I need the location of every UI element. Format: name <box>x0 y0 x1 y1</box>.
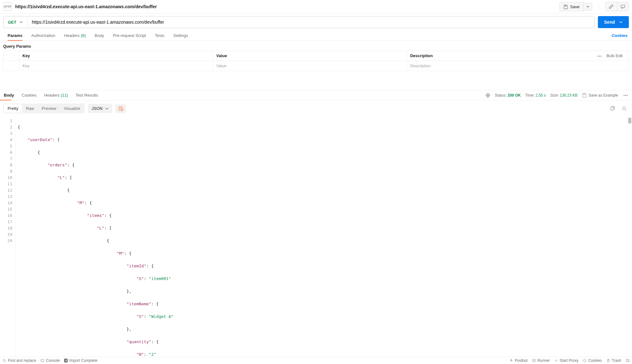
tab-tests[interactable]: Tests <box>150 31 169 40</box>
console[interactable]: Console <box>40 358 60 363</box>
trash[interactable]: Trash <box>606 358 621 363</box>
method-label: GET <box>8 20 16 25</box>
svg-point-7 <box>627 95 628 96</box>
checkbox-header <box>3 51 19 61</box>
svg-point-1 <box>597 56 598 57</box>
url-input[interactable] <box>27 16 594 28</box>
runner[interactable]: Runner <box>532 358 550 363</box>
response-meta: Status: 200 OK Time: 2.55 s Size: 130.23… <box>485 93 632 98</box>
trash-icon <box>606 359 610 362</box>
sparkle-icon <box>509 359 513 362</box>
comment-button[interactable] <box>617 2 629 11</box>
more-icon[interactable] <box>623 94 629 97</box>
header-icon-group <box>605 2 629 11</box>
search-button[interactable] <box>620 104 629 113</box>
import-badge-icon: 5 <box>64 359 68 362</box>
response-pane: Body Cookies Headers (11) Test Results S… <box>0 90 632 357</box>
svg-rect-11 <box>41 359 44 362</box>
network-icon[interactable] <box>485 93 490 98</box>
col-description: Description <box>407 51 594 61</box>
copy-button[interactable] <box>608 104 617 113</box>
row-checkbox[interactable] <box>3 61 19 71</box>
postbot[interactable]: Postbot <box>509 358 528 363</box>
svg-point-10 <box>3 359 5 361</box>
tab-params[interactable]: Params <box>3 31 27 40</box>
chevron-down-icon <box>619 21 623 24</box>
save-icon <box>582 93 587 98</box>
import-complete[interactable]: 5 Import Complete <box>64 358 97 363</box>
send-label: Send <box>604 20 615 25</box>
size-block: Size: 130.23 KB <box>550 93 578 98</box>
svg-point-3 <box>600 56 601 57</box>
method-select[interactable]: GET <box>3 16 27 28</box>
col-value: Value <box>213 51 407 61</box>
search-icon <box>3 359 6 362</box>
divider <box>599 3 599 10</box>
edit-button[interactable] <box>605 2 617 11</box>
tab-headers-label: Headers <box>64 33 80 38</box>
request-name: https://1isivd4rzd.execute-api.us-east-1… <box>15 4 157 9</box>
seg-visualize[interactable]: Visualize <box>60 104 84 113</box>
cookie-icon <box>583 359 586 362</box>
resp-tab-headers[interactable]: Headers (11) <box>40 90 72 100</box>
resp-tab-cookies[interactable]: Cookies <box>18 90 40 100</box>
table-row: Key Value Description <box>3 61 629 71</box>
save-icon <box>563 4 568 9</box>
svg-point-9 <box>623 107 626 110</box>
line-gutter: 1234567891011121314151617181920 <box>0 116 16 357</box>
query-params-heading: Query Params <box>0 41 632 51</box>
code-viewer: 1234567891011121314151617181920 { "userD… <box>0 116 632 357</box>
wrap-lines-button[interactable] <box>115 104 126 113</box>
time-block: Time: 2.55 s <box>525 93 546 98</box>
table-actions: Bulk Edit <box>594 51 629 61</box>
proxy-icon <box>554 359 558 362</box>
request-tabs: Params Authorization Headers (6) Body Pr… <box>0 31 632 41</box>
status-bar: Find and replace Console 5 Import Comple… <box>0 357 632 364</box>
resp-tab-headers-count: (11) <box>61 93 68 98</box>
start-proxy[interactable]: Start Proxy <box>554 358 578 363</box>
request-row: GET Send <box>0 14 632 31</box>
console-icon <box>40 359 44 362</box>
save-button[interactable]: Save <box>559 2 584 11</box>
resp-tab-headers-label: Headers <box>44 93 59 98</box>
panel-toggle[interactable] <box>626 359 629 362</box>
format-select[interactable]: JSON <box>88 104 112 113</box>
chevron-down-icon <box>20 21 23 24</box>
svg-rect-0 <box>621 5 625 8</box>
svg-point-13 <box>583 359 586 362</box>
tab-authorization[interactable]: Authorization <box>27 31 60 40</box>
format-label: JSON <box>92 106 103 111</box>
col-key: Key <box>19 51 213 61</box>
description-input[interactable]: Description <box>407 61 629 71</box>
svg-point-2 <box>599 56 600 57</box>
resp-tab-body[interactable]: Body <box>0 90 18 100</box>
more-icon[interactable] <box>597 56 602 57</box>
find-replace[interactable]: Find and replace <box>3 358 36 363</box>
panel-icon <box>626 359 629 362</box>
bulk-edit-link[interactable]: Bulk Edit <box>606 53 623 58</box>
cookies-statusbar[interactable]: Cookies <box>583 358 602 363</box>
tab-body[interactable]: Body <box>90 31 109 40</box>
query-params-table: Key Value Description Bulk Edit Key Valu… <box>3 51 629 71</box>
resp-tab-testresults[interactable]: Test Results <box>72 90 102 100</box>
key-input[interactable]: Key <box>19 61 213 71</box>
tab-headers-count: (6) <box>81 33 86 38</box>
tab-prerequest[interactable]: Pre-request Script <box>108 31 150 40</box>
seg-raw[interactable]: Raw <box>22 104 38 113</box>
body-toolbar: Pretty Raw Preview Visualize JSON <box>0 100 632 116</box>
query-params-table-wrap: Key Value Description Bulk Edit Key Valu… <box>0 51 632 71</box>
tab-headers[interactable]: Headers (6) <box>60 31 90 40</box>
save-dropdown[interactable] <box>584 3 592 10</box>
value-input[interactable]: Value <box>213 61 407 71</box>
send-button[interactable]: Send <box>598 16 629 28</box>
scrollbar-thumb[interactable] <box>628 118 631 123</box>
tab-settings[interactable]: Settings <box>169 31 192 40</box>
code-body[interactable]: { "userData": [ { "orders": { "L": [ { "… <box>16 116 632 357</box>
request-box: GET <box>3 16 595 28</box>
cookies-link[interactable]: Cookies <box>610 31 629 40</box>
save-button-group: Save <box>559 2 592 11</box>
seg-preview[interactable]: Preview <box>38 104 60 113</box>
svg-point-14 <box>584 360 584 361</box>
save-as-example[interactable]: Save as Example <box>582 93 618 98</box>
seg-pretty[interactable]: Pretty <box>4 104 22 113</box>
